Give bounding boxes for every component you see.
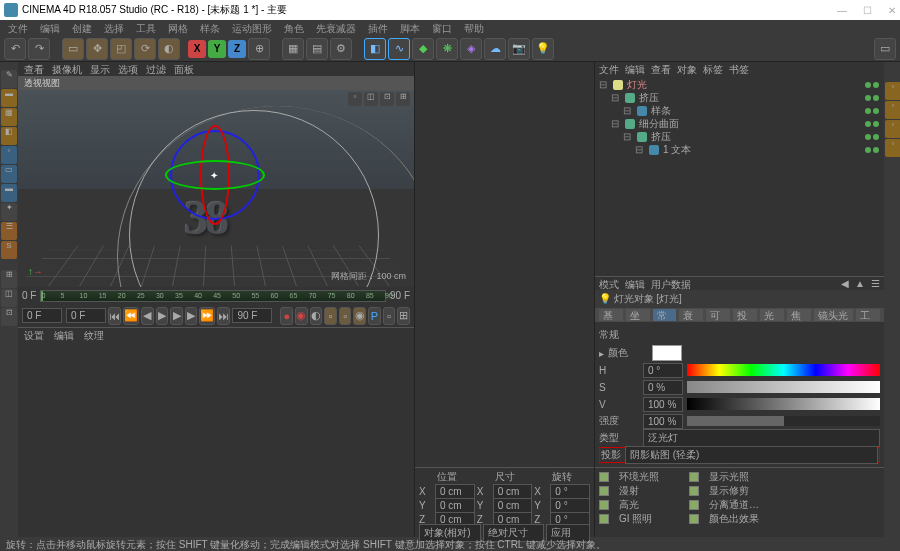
timeline[interactable]: 0 F 051015202530354045505560657075808590… bbox=[18, 287, 414, 305]
material-manager[interactable] bbox=[18, 341, 414, 538]
intensity-slider[interactable] bbox=[687, 416, 880, 426]
timeline-track[interactable]: 051015202530354045505560657075808590 bbox=[40, 290, 386, 302]
vp-tab[interactable]: 面板 bbox=[174, 63, 194, 75]
x-axis-toggle[interactable]: X bbox=[188, 40, 206, 58]
vp-mini2[interactable]: ◫ bbox=[364, 92, 378, 106]
undo-button[interactable]: ↶ bbox=[4, 38, 26, 60]
play-back-button[interactable]: ▶ bbox=[156, 307, 169, 325]
hier-tab[interactable]: 书签 bbox=[729, 63, 749, 75]
rot-field[interactable]: 0 ° bbox=[550, 484, 590, 499]
attr-subtab[interactable]: 焦散 bbox=[787, 309, 811, 321]
visibility-dots[interactable] bbox=[864, 144, 880, 155]
key-scale-button[interactable]: ▫ bbox=[339, 307, 352, 325]
render-view-button[interactable]: ▦ bbox=[282, 38, 304, 60]
menu-item[interactable]: 运动图形 bbox=[232, 22, 272, 34]
make-editable-button[interactable]: ✎ bbox=[1, 70, 17, 88]
size-field[interactable]: 0 cm bbox=[493, 484, 533, 499]
record-button[interactable]: ● bbox=[280, 307, 293, 325]
expand-icon[interactable]: ⊟ bbox=[599, 79, 609, 90]
hier-tab[interactable]: 文件 bbox=[599, 63, 619, 75]
goto-start-button[interactable]: ⏮ bbox=[108, 307, 121, 325]
coords-tab-rot[interactable]: 旋转 bbox=[534, 470, 590, 484]
snap3-button[interactable]: ⊡ bbox=[1, 308, 17, 326]
menu-item[interactable]: 角色 bbox=[284, 22, 304, 34]
hue-field[interactable]: 0 ° bbox=[643, 363, 683, 378]
coords-tab-pos[interactable]: 位置 bbox=[419, 470, 475, 484]
expand-icon[interactable]: ⊟ bbox=[635, 144, 645, 155]
move-tool[interactable]: ✥ bbox=[86, 38, 108, 60]
edge-tool4[interactable]: ▫ bbox=[885, 139, 900, 157]
menu-item[interactable]: 工具 bbox=[136, 22, 156, 34]
viewport-solo-button[interactable]: S bbox=[1, 241, 17, 259]
rotation-gizmo[interactable]: ✦ bbox=[165, 125, 265, 225]
sat-slider[interactable] bbox=[687, 381, 880, 393]
expand-icon[interactable]: ⊟ bbox=[623, 131, 633, 142]
color-swatch[interactable] bbox=[652, 345, 682, 361]
vp-tab[interactable]: 选项 bbox=[118, 63, 138, 75]
coord-system-button[interactable]: ⊕ bbox=[248, 38, 270, 60]
scale-tool[interactable]: ◰ bbox=[110, 38, 132, 60]
checkbox[interactable] bbox=[599, 500, 609, 510]
poly-mode-button[interactable]: ▬ bbox=[1, 184, 17, 202]
checkbox[interactable] bbox=[689, 472, 699, 482]
checkbox[interactable] bbox=[599, 472, 609, 482]
camera-button[interactable]: 📷 bbox=[508, 38, 530, 60]
attr-nav-icon[interactable]: ☰ bbox=[871, 278, 880, 289]
vp-mini1[interactable]: ▫ bbox=[348, 92, 362, 106]
menu-item[interactable]: 样条 bbox=[200, 22, 220, 34]
checkbox[interactable] bbox=[689, 500, 699, 510]
generator2-button[interactable]: ❋ bbox=[436, 38, 458, 60]
workplane-button[interactable]: ◧ bbox=[1, 127, 17, 145]
checkbox[interactable] bbox=[689, 486, 699, 496]
key-rot-button[interactable]: ◉ bbox=[353, 307, 366, 325]
hierarchy-row[interactable]: ⊟灯光 bbox=[599, 78, 880, 91]
point-mode-button[interactable]: ▫ bbox=[1, 146, 17, 164]
tweak-button[interactable]: ☰ bbox=[1, 222, 17, 240]
vp-mini3[interactable]: ⊡ bbox=[380, 92, 394, 106]
frame-start-field[interactable]: 0 F bbox=[22, 308, 62, 323]
menu-item[interactable]: 选择 bbox=[104, 22, 124, 34]
attr-subtab[interactable]: 光度 bbox=[760, 309, 784, 321]
spline-button[interactable]: ∿ bbox=[388, 38, 410, 60]
hue-slider[interactable] bbox=[687, 364, 880, 376]
lower-tab[interactable]: 编辑 bbox=[54, 329, 74, 340]
close-button[interactable]: ✕ bbox=[888, 5, 896, 16]
attr-subtab[interactable]: 镜头光晕 bbox=[814, 309, 854, 321]
key-param-button[interactable]: P bbox=[368, 307, 381, 325]
snap2-button[interactable]: ◫ bbox=[1, 289, 17, 307]
object-name[interactable]: 细分曲面 bbox=[639, 117, 860, 131]
menu-item[interactable]: 创建 bbox=[72, 22, 92, 34]
checkbox[interactable] bbox=[599, 514, 609, 524]
hier-tab[interactable]: 标签 bbox=[703, 63, 723, 75]
menu-item[interactable]: 编辑 bbox=[40, 22, 60, 34]
vp-tab[interactable]: 摄像机 bbox=[52, 63, 82, 75]
rotate-tool[interactable]: ⟳ bbox=[134, 38, 156, 60]
maximize-button[interactable]: ☐ bbox=[863, 5, 872, 16]
hierarchy-row[interactable]: ⊟挤压 bbox=[599, 130, 880, 143]
texture-mode-button[interactable]: ▦ bbox=[1, 108, 17, 126]
attr-subtab[interactable]: 可见 bbox=[706, 309, 730, 321]
attr-subtab[interactable]: 投影 bbox=[733, 309, 757, 321]
expand-icon[interactable]: ⊟ bbox=[611, 118, 621, 129]
object-name[interactable]: 样条 bbox=[651, 104, 860, 118]
checkbox[interactable] bbox=[599, 486, 609, 496]
attr-tab[interactable]: 用户数据 bbox=[651, 278, 691, 289]
light-button[interactable]: 💡 bbox=[532, 38, 554, 60]
hier-tab[interactable]: 对象 bbox=[677, 63, 697, 75]
attr-tab[interactable]: 模式 bbox=[599, 278, 619, 289]
object-hierarchy[interactable]: ⊟灯光⊟挤压⊟样条⊟细分曲面⊟挤压⊟1 文本 bbox=[595, 76, 884, 186]
visibility-dots[interactable] bbox=[864, 105, 880, 116]
vp-tab[interactable]: 显示 bbox=[90, 63, 110, 75]
hierarchy-row[interactable]: ⊟挤压 bbox=[599, 91, 880, 104]
expand-icon[interactable]: ⊟ bbox=[623, 105, 633, 116]
keyframe-sel-button[interactable]: ◐ bbox=[310, 307, 323, 325]
y-axis-toggle[interactable]: Y bbox=[208, 40, 226, 58]
edge-mode-button[interactable]: ▭ bbox=[1, 165, 17, 183]
snap-button[interactable]: ⊞ bbox=[1, 270, 17, 288]
next-key-button[interactable]: ⏩ bbox=[199, 307, 215, 325]
generator-button[interactable]: ◆ bbox=[412, 38, 434, 60]
val-field[interactable]: 100 % bbox=[643, 397, 683, 412]
visibility-dots[interactable] bbox=[864, 92, 880, 103]
last-tool[interactable]: ◐ bbox=[158, 38, 180, 60]
menu-item[interactable]: 插件 bbox=[368, 22, 388, 34]
